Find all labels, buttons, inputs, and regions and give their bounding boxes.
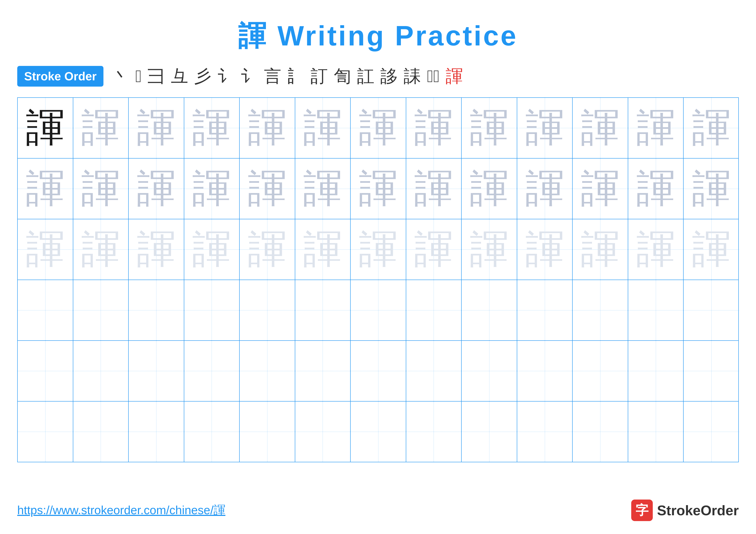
grid-cell-6-4[interactable]: [184, 401, 240, 462]
practice-char: 諢: [137, 230, 176, 269]
grid-cell-2-13: 諢: [684, 159, 739, 219]
practice-char: 諢: [692, 109, 731, 147]
practice-char: 諢: [26, 230, 65, 269]
grid-cell-1-2: 諢: [73, 98, 129, 158]
grid-cell-3-9: 諢: [462, 219, 517, 280]
grid-cell-3-10: 諢: [517, 219, 573, 280]
grid-cell-5-4[interactable]: [184, 341, 240, 401]
practice-char: 諢: [359, 169, 398, 208]
grid-cell-4-4[interactable]: [184, 280, 240, 340]
grid-cell-5-7[interactable]: [351, 341, 406, 401]
stroke-sequence: 丶 𠃌 彐 彑 彡 讠 讠 言 訁 訂 訇 訌 誃 誄 諢̊ 諢: [112, 68, 463, 85]
practice-char: 諢: [526, 169, 564, 208]
grid-cell-5-12[interactable]: [628, 341, 684, 401]
grid-row-5: [18, 341, 738, 401]
stroke-1: 丶: [112, 68, 129, 85]
practice-char: 諢: [470, 109, 509, 147]
practice-char: 諢: [636, 230, 675, 269]
grid-cell-4-3[interactable]: [129, 280, 184, 340]
grid-cell-6-8[interactable]: [406, 401, 462, 462]
grid-cell-6-10[interactable]: [517, 401, 573, 462]
grid-cell-6-3[interactable]: [129, 401, 184, 462]
stroke-11: 訇: [334, 68, 351, 85]
stroke-2: 𠃌: [135, 68, 142, 85]
grid-cell-1-7: 諢: [351, 98, 406, 158]
footer-url-link[interactable]: https://www.strokeorder.com/chinese/諢: [17, 502, 226, 518]
grid-cell-1-3: 諢: [129, 98, 184, 158]
grid-cell-3-7: 諢: [351, 219, 406, 280]
stroke-order-badge: Stroke Order: [17, 66, 103, 87]
grid-cell-1-4: 諢: [184, 98, 240, 158]
grid-cell-4-1[interactable]: [18, 280, 73, 340]
grid-cell-6-12[interactable]: [628, 401, 684, 462]
grid-cell-4-9[interactable]: [462, 280, 517, 340]
grid-cell-3-6: 諢: [295, 219, 351, 280]
practice-char: 諢: [81, 230, 120, 269]
logo-icon: 字: [631, 499, 653, 521]
grid-row-6: [18, 401, 738, 462]
grid-cell-2-3: 諢: [129, 159, 184, 219]
grid-cell-6-9[interactable]: [462, 401, 517, 462]
grid-row-1: 諢 諢 諢 諢 諢 諢 諢 諢 諢 諢 諢 諢: [18, 98, 738, 159]
practice-char: 諢: [581, 230, 620, 269]
grid-cell-1-11: 諢: [573, 98, 628, 158]
grid-cell-4-13[interactable]: [684, 280, 739, 340]
grid-cell-5-11[interactable]: [573, 341, 628, 401]
grid-row-2: 諢 諢 諢 諢 諢 諢 諢 諢 諢 諢 諢 諢: [18, 159, 738, 219]
grid-cell-1-9: 諢: [462, 98, 517, 158]
practice-char: 諢: [470, 230, 509, 269]
grid-cell-5-8[interactable]: [406, 341, 462, 401]
stroke-10: 訂: [310, 68, 328, 85]
grid-cell-4-6[interactable]: [295, 280, 351, 340]
grid-cell-4-2[interactable]: [73, 280, 129, 340]
stroke-5: 彡: [194, 68, 211, 85]
grid-cell-1-8: 諢: [406, 98, 462, 158]
grid-cell-6-6[interactable]: [295, 401, 351, 462]
grid-cell-3-5: 諢: [240, 219, 295, 280]
grid-cell-6-1[interactable]: [18, 401, 73, 462]
grid-cell-4-7[interactable]: [351, 280, 406, 340]
practice-char: 諢: [526, 230, 564, 269]
grid-cell-4-5[interactable]: [240, 280, 295, 340]
grid-cell-3-13: 諢: [684, 219, 739, 280]
grid-cell-6-5[interactable]: [240, 401, 295, 462]
stroke-8: 言: [264, 68, 281, 85]
grid-row-3: 諢 諢 諢 諢 諢 諢 諢 諢 諢 諢 諢 諢: [18, 219, 738, 280]
practice-char: 諢: [636, 169, 675, 208]
grid-cell-6-7[interactable]: [351, 401, 406, 462]
footer-logo: 字 StrokeOrder: [631, 499, 739, 521]
grid-cell-5-13[interactable]: [684, 341, 739, 401]
grid-cell-4-8[interactable]: [406, 280, 462, 340]
grid-cell-2-5: 諢: [240, 159, 295, 219]
grid-cell-5-1[interactable]: [18, 341, 73, 401]
grid-cell-5-3[interactable]: [129, 341, 184, 401]
stroke-6: 讠: [217, 68, 235, 85]
practice-char: 諢: [248, 109, 286, 147]
stroke-final: 諢: [446, 68, 463, 85]
grid-cell-5-5[interactable]: [240, 341, 295, 401]
practice-char: 諢: [192, 230, 231, 269]
grid-cell-5-2[interactable]: [73, 341, 129, 401]
grid-cell-3-4: 諢: [184, 219, 240, 280]
grid-cell-6-11[interactable]: [573, 401, 628, 462]
grid-cell-3-12: 諢: [628, 219, 684, 280]
grid-cell-6-2[interactable]: [73, 401, 129, 462]
practice-char: 諢: [359, 230, 398, 269]
page-title: 諢 Writing Practice: [0, 0, 756, 55]
grid-cell-6-13[interactable]: [684, 401, 739, 462]
grid-cell-5-9[interactable]: [462, 341, 517, 401]
grid-cell-5-10[interactable]: [517, 341, 573, 401]
grid-cell-3-8: 諢: [406, 219, 462, 280]
practice-char: 諢: [26, 109, 65, 147]
grid-cell-4-10[interactable]: [517, 280, 573, 340]
practice-char: 諢: [581, 109, 620, 147]
practice-char: 諢: [470, 169, 509, 208]
grid-cell-3-2: 諢: [73, 219, 129, 280]
grid-cell-3-3: 諢: [129, 219, 184, 280]
grid-cell-2-1: 諢: [18, 159, 73, 219]
stroke-15: 諢̊: [427, 68, 440, 85]
grid-cell-4-11[interactable]: [573, 280, 628, 340]
practice-char: 諢: [692, 169, 731, 208]
grid-cell-4-12[interactable]: [628, 280, 684, 340]
grid-cell-5-6[interactable]: [295, 341, 351, 401]
